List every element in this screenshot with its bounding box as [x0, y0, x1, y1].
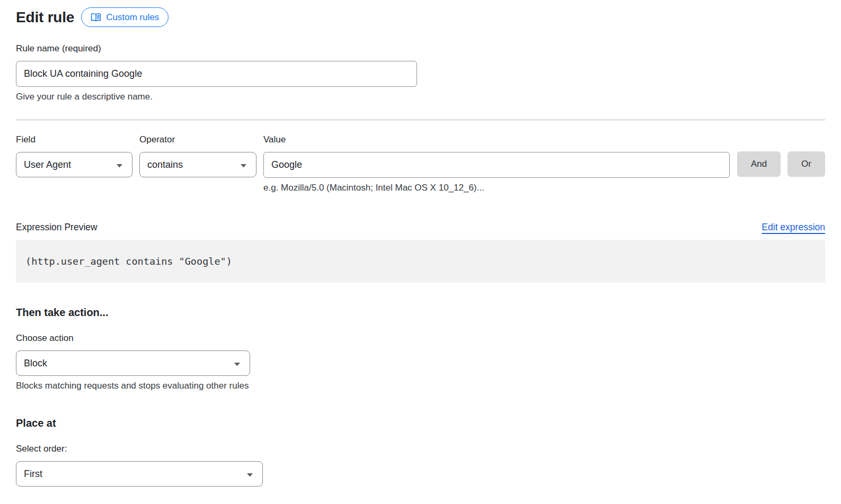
action-select[interactable]: Block [16, 350, 250, 376]
field-column: Field User Agent [16, 134, 132, 177]
value-label: Value [263, 134, 730, 145]
chevron-down-icon [240, 159, 247, 170]
logic-buttons: And Or [737, 134, 825, 177]
operator-select[interactable]: contains [139, 152, 256, 177]
expression-header: Expression Preview Edit expression [16, 222, 825, 233]
field-label: Field [16, 134, 132, 145]
order-select[interactable]: First [16, 461, 263, 487]
operator-column: Operator contains [139, 134, 256, 177]
expression-code: (http.user_agent contains "Google") [25, 256, 232, 267]
order-select-value: First [24, 469, 42, 480]
rule-name-input[interactable] [16, 61, 417, 87]
field-select[interactable]: User Agent [16, 152, 132, 177]
expression-preview-box: (http.user_agent contains "Google") [16, 240, 825, 283]
expression-preview-label: Expression Preview [16, 222, 98, 233]
action-select-value: Block [24, 358, 47, 369]
field-select-value: User Agent [24, 159, 71, 170]
value-column: Value e.g. Mozilla/5.0 (Macintosh; Intel… [263, 134, 730, 193]
custom-rules-label: Custom rules [106, 12, 159, 23]
page-title: Edit rule [16, 9, 74, 26]
action-helper: Blocks matching requests and stops evalu… [16, 381, 825, 391]
chevron-down-icon [234, 358, 241, 369]
edit-rule-page: Edit rule Custom rules Rule name (requir… [0, 0, 841, 504]
value-helper: e.g. Mozilla/5.0 (Macintosh; Intel Mac O… [263, 183, 730, 193]
operator-select-value: contains [147, 159, 183, 170]
choose-action-label: Choose action [16, 333, 825, 344]
section-divider [16, 120, 825, 120]
or-button[interactable]: Or [787, 151, 825, 177]
and-button[interactable]: And [737, 151, 781, 177]
action-heading: Then take action... [16, 307, 825, 319]
condition-row: Field User Agent Operator contains Value… [16, 134, 825, 193]
edit-expression-link[interactable]: Edit expression [762, 222, 825, 233]
select-order-label: Select order: [16, 444, 825, 454]
book-icon [91, 13, 101, 22]
custom-rules-button[interactable]: Custom rules [81, 7, 169, 27]
rule-name-helper: Give your rule a descriptive name. [16, 92, 825, 102]
operator-label: Operator [139, 134, 256, 145]
value-input[interactable] [263, 152, 730, 178]
rule-name-label: Rule name (required) [16, 43, 825, 54]
page-header: Edit rule Custom rules [16, 7, 825, 27]
place-at-heading: Place at [16, 417, 825, 429]
chevron-down-icon [246, 469, 253, 480]
chevron-down-icon [116, 159, 123, 170]
